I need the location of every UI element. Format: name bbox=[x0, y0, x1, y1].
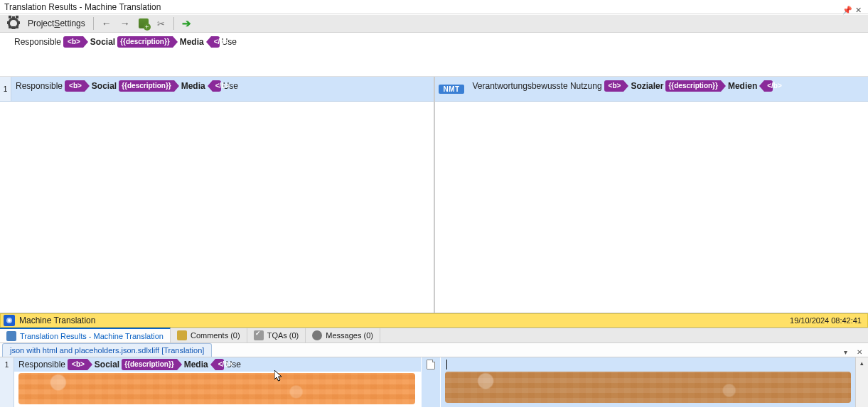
text-token: Medien bbox=[728, 80, 757, 92]
tqa-icon bbox=[254, 330, 264, 340]
text-token: Sozialer bbox=[631, 80, 663, 92]
editor-source-tokens: Responsible <b>Social{{description}}Medi… bbox=[18, 358, 241, 371]
scroll-up-icon[interactable]: ▴ bbox=[857, 357, 868, 369]
source-preview-tokens: Responsible <b>Social{{description}}Medi… bbox=[14, 36, 237, 48]
tab-messages[interactable]: Messages (0) bbox=[306, 328, 380, 342]
tab-comments[interactable]: Comments (0) bbox=[171, 328, 247, 342]
document-tab[interactable]: json with html and placeholders.json.sdl… bbox=[2, 343, 212, 357]
inline-tag[interactable]: </b> bbox=[213, 80, 221, 92]
editor-source-cell[interactable]: Responsible <b>Social{{description}}Medi… bbox=[14, 357, 421, 372]
text-token: Responsible bbox=[14, 36, 61, 48]
apply-translation-button[interactable]: ➔ bbox=[178, 16, 195, 31]
tab-results[interactable]: Translation Results - Machine Translatio… bbox=[0, 328, 171, 342]
inline-tag[interactable]: </b> bbox=[215, 359, 224, 370]
text-token: Responsible bbox=[18, 358, 65, 371]
toolbar: Project Settings ← → ➔ bbox=[0, 14, 868, 33]
arrow-right-icon: → bbox=[120, 18, 130, 29]
toolbar-separator bbox=[93, 17, 94, 30]
panel-title-bar: Translation Results - Machine Translatio… bbox=[0, 0, 868, 14]
text-token: Responsible bbox=[16, 80, 63, 92]
project-settings-label[interactable]: Project Settings bbox=[24, 16, 89, 31]
segment-editor: 1 Responsible <b>Social{{description}}Me… bbox=[0, 357, 868, 407]
clear-button[interactable] bbox=[154, 16, 169, 31]
result-target-tokens: Verantwortungsbewusste Nutzung<b>Soziale… bbox=[473, 80, 773, 92]
nmt-badge: NMT bbox=[439, 85, 464, 94]
editor-segment-number: 1 bbox=[0, 357, 14, 372]
text-token: Social bbox=[95, 358, 119, 371]
inline-tag[interactable]: {{description}} bbox=[665, 80, 720, 92]
add-tm-button[interactable] bbox=[135, 16, 152, 31]
panel-title: Translation Results - Machine Translatio… bbox=[4, 0, 161, 14]
mt-timestamp: 19/10/2024 08:42:41 bbox=[790, 316, 862, 325]
editor-source-column: Responsible <b>Social{{description}}Medi… bbox=[14, 357, 421, 407]
editor-target-cell[interactable] bbox=[441, 357, 856, 407]
results-source-column: 1 Responsible <b>Social{{description}}Me… bbox=[0, 77, 434, 313]
inline-tag[interactable]: {{description}} bbox=[117, 36, 172, 48]
tab-label: Messages (0) bbox=[326, 331, 373, 340]
hidden-content-placeholder bbox=[445, 372, 852, 403]
bottom-tabs: Translation Results - Machine Translatio… bbox=[0, 328, 868, 343]
editor-gutter: 1 bbox=[0, 357, 14, 407]
inline-tag[interactable]: {{description}} bbox=[119, 80, 173, 92]
inline-tag[interactable]: <b> bbox=[68, 359, 87, 370]
mt-provider-label: Machine Translation bbox=[19, 315, 95, 325]
mt-provider-icon bbox=[4, 315, 15, 326]
result-source-tokens: Responsible <b>Social{{description}}Medi… bbox=[16, 80, 238, 92]
nav-prev-button[interactable]: ← bbox=[98, 16, 115, 31]
translation-results-grid: 1 Responsible <b>Social{{description}}Me… bbox=[0, 77, 868, 313]
result-origin-cell: NMT bbox=[435, 77, 468, 101]
gear-icon bbox=[8, 18, 19, 29]
hidden-content-placeholder bbox=[18, 373, 415, 404]
inline-tag[interactable]: </b> bbox=[211, 36, 220, 48]
tab-label: Translation Results - Machine Translatio… bbox=[20, 332, 164, 340]
text-token: Verantwortungsbewusste Nutzung bbox=[473, 80, 602, 92]
toolbar-separator bbox=[173, 17, 174, 30]
inline-tag[interactable]: </b> bbox=[764, 80, 773, 92]
tab-tqas[interactable]: TQAs (0) bbox=[247, 328, 306, 342]
result-row[interactable]: NMT Verantwortungsbewusste Nutzung<b>Soz… bbox=[435, 77, 869, 102]
msg-icon bbox=[312, 330, 322, 340]
source-preview: Responsible <b>Social{{description}}Medi… bbox=[0, 33, 868, 77]
tab-label: Comments (0) bbox=[191, 331, 240, 340]
apply-arrow-icon: ➔ bbox=[182, 17, 191, 30]
database-plus-icon bbox=[139, 18, 149, 28]
results-target-column: NMT Verantwortungsbewusste Nutzung<b>Soz… bbox=[434, 77, 869, 313]
segment-number: 1 bbox=[0, 77, 11, 101]
scissors-icon bbox=[157, 18, 165, 29]
segment-status-icon[interactable] bbox=[427, 360, 435, 369]
nav-next-button[interactable]: → bbox=[117, 16, 134, 31]
inline-tag[interactable]: {{description}} bbox=[122, 359, 176, 370]
document-tab-close-icon[interactable] bbox=[857, 347, 864, 354]
project-settings-button[interactable] bbox=[4, 16, 23, 31]
mt-status-bar: Machine Translation 19/10/2024 08:42:41 bbox=[0, 313, 868, 328]
inline-tag[interactable]: <b> bbox=[63, 36, 83, 48]
text-token: Social bbox=[92, 80, 117, 92]
arrow-left-icon: ← bbox=[102, 18, 112, 29]
db-icon bbox=[6, 331, 16, 341]
comment-icon bbox=[177, 330, 187, 340]
text-cursor bbox=[446, 360, 447, 369]
inline-tag[interactable]: <b> bbox=[604, 80, 624, 92]
pin-icon[interactable] bbox=[842, 3, 851, 11]
inline-tag[interactable]: <b> bbox=[65, 80, 85, 92]
close-panel-icon[interactable] bbox=[855, 3, 864, 11]
document-tab-row: json with html and placeholders.json.sdl… bbox=[0, 343, 868, 357]
tab-label: TQAs (0) bbox=[267, 331, 299, 340]
text-token: Media bbox=[184, 358, 208, 371]
editor-status-column bbox=[421, 357, 441, 407]
result-row[interactable]: 1 Responsible <b>Social{{description}}Me… bbox=[0, 77, 434, 102]
text-token: Social bbox=[90, 36, 115, 48]
text-token: Media bbox=[181, 80, 205, 92]
document-tab-dropdown-icon[interactable] bbox=[844, 347, 851, 354]
editor-scrollbar[interactable]: ▴ bbox=[855, 357, 868, 407]
text-token: Media bbox=[180, 36, 204, 48]
